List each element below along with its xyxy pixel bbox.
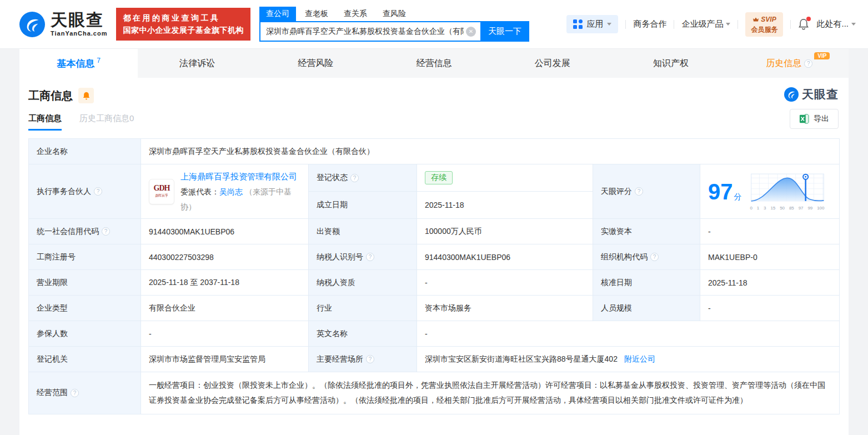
divider: [674, 20, 674, 29]
field-label-paid-capital: 实缴资本: [593, 219, 700, 244]
field-label-reg-status: 登记状态: [309, 164, 417, 192]
field-label-english-name: 英文名称: [309, 321, 417, 347]
apps-button[interactable]: 应用: [566, 15, 618, 33]
search-tabs: 查公司 查老板 查关系 查风险: [259, 7, 529, 21]
help-icon[interactable]: [71, 389, 79, 397]
apps-grid-icon: [573, 19, 583, 29]
divider: [790, 20, 791, 29]
tianyancha-logo-icon: [784, 87, 799, 102]
status-badge: 存续: [425, 171, 453, 184]
top-header: 天眼查 TianYanCha.com 都在用的商业查询工具 国家中小企业发展子基…: [0, 0, 868, 49]
field-label-business-scope: 经营范围: [29, 372, 141, 414]
notification-dot: [806, 17, 811, 21]
field-label-business-term: 营业期限: [29, 270, 141, 296]
field-label-tyc-score: 天眼评分: [593, 164, 700, 219]
promo-line1: 都在用的商业查询工具: [123, 12, 244, 24]
business-cooperation-link[interactable]: 商务合作: [633, 19, 666, 29]
help-icon[interactable]: [94, 187, 102, 196]
field-label-company-name: 企业名称: [29, 139, 141, 164]
help-icon[interactable]: [804, 59, 812, 68]
field-label-company-type: 企业类型: [29, 296, 141, 321]
crown-icon: [752, 17, 759, 22]
rep-label: 委派代表：: [180, 187, 219, 196]
tab-business-info[interactable]: 经营信息: [375, 49, 493, 78]
apps-label: 应用: [586, 19, 603, 29]
field-value-company-name: 深圳市鼎晖百孚空天产业私募股权投资基金合伙企业（有限合伙）: [141, 139, 840, 164]
export-button[interactable]: 导出: [790, 109, 839, 129]
field-value-business-term: 2025-11-18 至 2037-11-18: [141, 270, 309, 296]
logo-domain: TianYanCha.com: [51, 30, 107, 37]
divider: [625, 20, 626, 29]
field-value-english-name: -: [417, 321, 840, 347]
nearby-companies-link[interactable]: 附近公司: [624, 354, 655, 364]
company-tab-bar: 基本信息 7 法律诉讼 经营风险 经营信息 公司发展 知识产权 VIP 历史信息: [19, 49, 849, 78]
monitor-bell-button[interactable]: [78, 88, 94, 103]
partner-company-link[interactable]: 上海鼎晖百孚投资管理有限公司: [180, 172, 297, 181]
bell-curve-chart: [750, 172, 825, 203]
field-value-insured-count: -: [141, 321, 309, 347]
field-value-industry: 资本市场服务: [417, 296, 593, 321]
business-info-table: 企业名称 深圳市鼎晖百孚空天产业私募股权投资基金合伙企业（有限合伙） 执行事务合…: [28, 138, 840, 414]
promo-banner: 都在用的商业查询工具 国家中小企业发展子基金旗下机构: [116, 8, 250, 41]
chevron-down-icon: [607, 23, 611, 26]
field-label-taxpayer-quality: 纳税人资质: [309, 270, 417, 296]
field-label-insured-count: 参保人数: [29, 321, 141, 347]
tab-history-info[interactable]: VIP 历史信息: [730, 49, 849, 78]
score-axis-labels: 0131550859799100: [750, 205, 825, 211]
field-value-business-scope: 一般经营项目：创业投资（限投资未上市企业）。（除依法须经批准的项目外，凭营业执照…: [141, 372, 840, 414]
divider: [737, 20, 738, 29]
field-value-taxpayer-id: 91440300MAK1UEBP06: [417, 244, 593, 270]
notification-bell-button[interactable]: [798, 18, 809, 31]
field-label-industry: 行业: [309, 296, 417, 321]
help-icon[interactable]: [350, 174, 359, 182]
search-tab-relation[interactable]: 查关系: [337, 7, 374, 21]
search-block: 查公司 查老板 查关系 查风险 天眼一下: [259, 7, 529, 42]
field-value-taxpayer-quality: -: [417, 270, 593, 296]
section-title: 工商信息: [28, 88, 73, 103]
tab-count: 7: [97, 57, 101, 64]
field-value-org-code: MAK1UEBP-0: [700, 244, 840, 270]
enterprise-product-link[interactable]: 企业级产品: [681, 19, 730, 29]
tianyancha-watermark: 天眼查: [784, 87, 839, 102]
field-value-credit-code: 91440300MAK1UEBP06: [141, 219, 309, 244]
field-label-contribution: 出资额: [309, 219, 417, 244]
tab-intellectual-property[interactable]: 知识产权: [611, 49, 730, 78]
clear-search-icon[interactable]: [466, 27, 476, 37]
partner-company-logo[interactable]: GDH 鼎晖百孚: [149, 179, 174, 204]
search-button[interactable]: 天眼一下: [480, 21, 529, 42]
field-label-taxpayer-id: 纳税人识别号: [309, 244, 417, 270]
tab-operating-risk[interactable]: 经营风险: [257, 49, 375, 78]
field-value-staff-size: -: [700, 296, 840, 321]
help-icon[interactable]: [366, 253, 374, 261]
field-label-approval-date: 核准日期: [593, 270, 700, 296]
subtab-history-business-info[interactable]: 历史工商信息0: [79, 113, 134, 131]
rep-name-link[interactable]: 吴尚志: [219, 187, 243, 196]
subtab-business-info[interactable]: 工商信息: [28, 113, 62, 131]
help-icon[interactable]: [650, 253, 659, 261]
header-right-nav: 应用 商务合作 企业级产品 SVIP 会员服务: [566, 12, 856, 37]
bell-icon: [82, 91, 91, 101]
field-value-approval-date: 2025-11-18: [700, 270, 840, 296]
help-icon[interactable]: [102, 227, 110, 236]
help-icon[interactable]: [366, 355, 374, 363]
field-label-staff-size: 人员规模: [593, 296, 700, 321]
search-tab-boss[interactable]: 查老板: [298, 7, 335, 21]
field-label-credit-code: 统一社会信用代码: [29, 219, 141, 244]
tianyancha-logo[interactable]: 天眼查 TianYanCha.com: [19, 12, 107, 37]
field-label-executive-partner: 执行事务合伙人: [29, 164, 141, 219]
username: 此处有...: [816, 19, 849, 29]
search-tab-company[interactable]: 查公司: [259, 7, 296, 21]
help-icon[interactable]: [635, 187, 643, 196]
search-tab-risk[interactable]: 查风险: [376, 7, 413, 21]
score-number: 97: [708, 179, 733, 204]
business-info-card: 工商信息 天眼查 工商信息 历史工商信息0: [19, 78, 849, 435]
logo-title: 天眼查: [51, 12, 107, 28]
tab-company-development[interactable]: 公司发展: [493, 49, 611, 78]
tab-basic-info[interactable]: 基本信息 7: [19, 49, 138, 78]
user-menu[interactable]: 此处有...: [816, 19, 856, 29]
tab-legal-litigation[interactable]: 法律诉讼: [138, 49, 256, 78]
svip-member-button[interactable]: SVIP 会员服务: [745, 12, 783, 37]
field-value-reg-status: 存续: [417, 164, 593, 192]
search-input[interactable]: [259, 21, 480, 42]
field-value-reg-number: 440300227503298: [141, 244, 309, 270]
